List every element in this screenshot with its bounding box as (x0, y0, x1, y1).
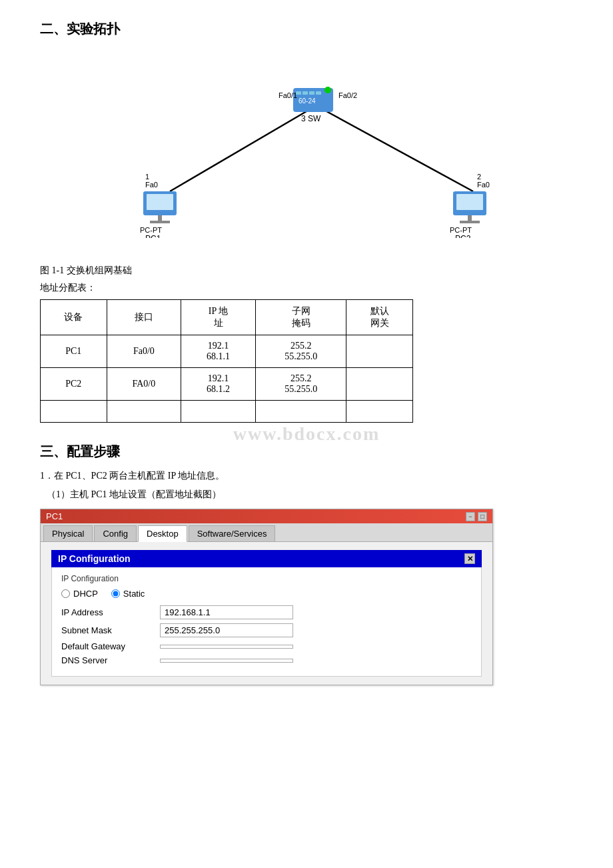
pc1-window: PC1 － □ Physical Config Desktop Software… (40, 509, 493, 685)
figure-caption: 图 1-1 交换机组网基础 (40, 265, 573, 277)
svg-rect-4 (303, 91, 308, 95)
svg-text:Fa0/2: Fa0/2 (338, 91, 357, 99)
subnet-mask-label: Subnet Mask (61, 625, 155, 635)
substep1-text: （1）主机 PC1 地址设置（配置地址截图） (47, 489, 573, 501)
dns-server-row: DNS Server (61, 655, 472, 665)
ip-address-row: IP Address 192.168.1.1 (61, 605, 472, 619)
svg-rect-23 (460, 221, 480, 223)
ip-address-label: IP Address (61, 607, 155, 617)
col-gateway: 默认网关 (346, 300, 413, 335)
svg-rect-13 (147, 194, 173, 210)
dns-server-label: DNS Server (61, 655, 155, 665)
svg-text:PC1: PC1 (145, 234, 161, 238)
svg-line-1 (326, 111, 473, 191)
dhcp-radio[interactable] (61, 589, 70, 598)
section3-title: 三、配置步骤 (40, 443, 573, 461)
subnet-mask-value[interactable]: 255.255.255.0 (160, 623, 293, 637)
svg-text:PC2: PC2 (455, 234, 471, 238)
table-row: PC2 FA0/0 192.168.1.2 255.255.255.0 (41, 368, 413, 401)
step1-text: 1．在 PC1、PC2 两台主机配置 IP 地址信息。 (40, 470, 573, 482)
default-gateway-value[interactable] (160, 645, 293, 649)
static-radio-item[interactable]: Static (111, 589, 145, 599)
table-row: PC1 Fa0/0 192.168.1.1 255.255.255.0 (41, 335, 413, 368)
svg-rect-21 (456, 194, 483, 210)
table-row (41, 401, 413, 423)
static-label: Static (123, 589, 145, 599)
pc-title: PC1 (46, 511, 63, 521)
subnet-mask-row: Subnet Mask 255.255.255.0 (61, 623, 472, 637)
pc-tabs: Physical Config Desktop Software/Service… (41, 523, 492, 542)
svg-text:60-24: 60-24 (299, 97, 316, 105)
address-table: 设备 接口 IP 地址 子网掩码 默认网关 PC1 Fa0/0 192.168.… (40, 299, 413, 423)
svg-rect-5 (309, 91, 314, 95)
ip-radio-row: DHCP Static (61, 589, 472, 599)
svg-point-7 (324, 87, 331, 93)
ip-config-close-button[interactable]: ✕ (464, 553, 475, 564)
tab-software-services[interactable]: Software/Services (189, 525, 276, 541)
maximize-button[interactable]: □ (478, 512, 487, 521)
svg-rect-14 (158, 215, 162, 221)
network-diagram: Fa0/1 Fa0/2 60-24 3 SW 1 Fa0 PC-PT PC1 2… (40, 51, 573, 251)
ip-config-panel: IP Configuration ✕ IP Configuration DHCP… (51, 550, 482, 677)
col-subnet: 子网掩码 (255, 300, 346, 335)
minimize-button[interactable]: － (466, 512, 475, 521)
ip-config-header: IP Configuration ✕ (51, 550, 482, 567)
svg-rect-6 (316, 91, 321, 95)
svg-text:Fa0/1: Fa0/1 (279, 91, 297, 99)
ip-config-title: IP Configuration (58, 553, 131, 564)
svg-line-0 (170, 111, 306, 191)
svg-text:Fa0: Fa0 (477, 181, 490, 189)
svg-text:PC-PT: PC-PT (140, 226, 162, 234)
default-gateway-label: Default Gateway (61, 641, 155, 651)
static-radio[interactable] (111, 589, 120, 598)
pc-titlebar: PC1 － □ (41, 509, 492, 523)
col-device: 设备 (41, 300, 107, 335)
dhcp-label: DHCP (73, 589, 98, 599)
dhcp-radio-item[interactable]: DHCP (61, 589, 98, 599)
col-ip: IP 地址 (181, 300, 256, 335)
default-gateway-row: Default Gateway (61, 641, 472, 651)
svg-rect-22 (468, 215, 472, 221)
svg-text:1: 1 (145, 173, 149, 181)
svg-text:Fa0: Fa0 (145, 181, 158, 189)
tab-desktop[interactable]: Desktop (138, 525, 187, 542)
tab-physical[interactable]: Physical (43, 525, 93, 541)
ip-address-value[interactable]: 192.168.1.1 (160, 605, 293, 619)
svg-rect-15 (150, 221, 170, 223)
tab-config[interactable]: Config (94, 525, 137, 541)
address-table-label: 地址分配表： (40, 282, 573, 294)
section2-title: 二、实验拓扑 (40, 20, 573, 38)
dns-server-value[interactable] (160, 659, 293, 663)
ip-config-sub: IP Configuration (61, 574, 472, 583)
svg-text:PC-PT: PC-PT (450, 226, 472, 234)
col-port: 接口 (107, 300, 181, 335)
pc-content: IP Configuration ✕ IP Configuration DHCP… (41, 542, 492, 685)
svg-text:3 SW: 3 SW (301, 114, 321, 123)
svg-text:2: 2 (477, 173, 481, 181)
ip-config-body: IP Configuration DHCP Static IP Address … (51, 567, 482, 677)
